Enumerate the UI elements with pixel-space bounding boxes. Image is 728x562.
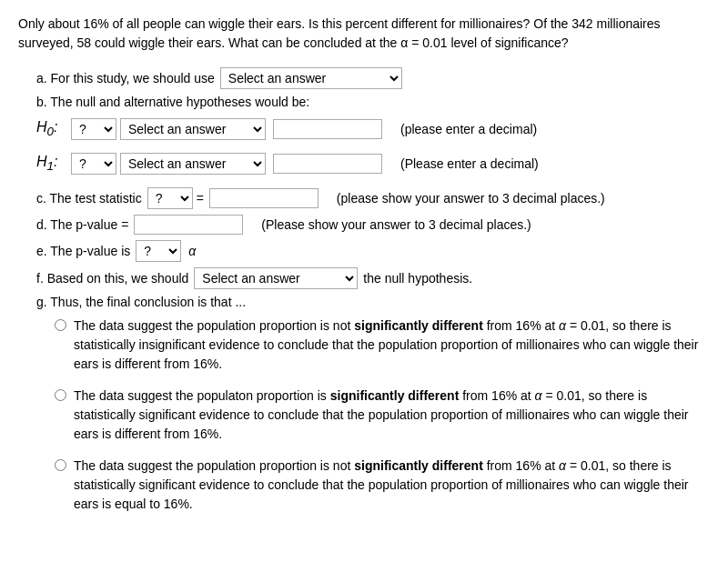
radio-option-3[interactable]: The data suggest the population proporti… (55, 457, 710, 514)
h0-value-input[interactable] (273, 119, 382, 139)
part-e-select[interactable]: ? < > = (136, 240, 181, 262)
h1-value-input[interactable] (273, 154, 382, 174)
h1-label: H1: (36, 154, 64, 173)
part-c-select[interactable]: ? z t (147, 187, 193, 209)
part-c-equals: = (197, 191, 204, 206)
radio-input-3[interactable] (55, 459, 66, 471)
part-c-input[interactable] (209, 188, 318, 208)
part-e-label: e. The p-value is (36, 244, 130, 258)
part-c-label: c. The test statistic (36, 191, 142, 206)
radio-text-3: The data suggest the population proporti… (74, 457, 710, 514)
h1-answer-select[interactable]: Select an answer (120, 153, 266, 175)
part-a-label: a. For this study, we should use (36, 71, 215, 85)
part-e-alpha: α (188, 244, 196, 258)
part-b-label: b. The null and alternative hypotheses w… (36, 95, 309, 109)
part-f-suffix: the null hypothesis. (363, 271, 472, 286)
part-f-select[interactable]: Select an answer (194, 267, 358, 289)
radio-option-1[interactable]: The data suggest the population proporti… (55, 316, 710, 374)
part-f-label: f. Based on this, we should (36, 271, 188, 286)
part-c-hint: (please show your answer to 3 decimal pl… (337, 191, 605, 206)
part-d-input[interactable] (134, 215, 243, 235)
radio-input-1[interactable] (55, 319, 66, 331)
radio-option-2[interactable]: The data suggest the populaton proportio… (55, 386, 710, 444)
part-g-label: g. Thus, the final conclusion is that ..… (36, 295, 246, 309)
h1-question-select[interactable]: ? = ≠ < > (71, 153, 116, 175)
radio-text-1: The data suggest the population proporti… (74, 316, 710, 374)
h0-label: H0: (36, 119, 64, 138)
radio-text-2: The data suggest the populaton proportio… (74, 386, 710, 444)
part-a-select[interactable]: Select an answer (220, 67, 402, 89)
h0-answer-select[interactable]: Select an answer (120, 118, 266, 140)
h1-hint: (Please enter a decimal) (400, 156, 539, 171)
h0-question-select[interactable]: ? = ≠ < > (71, 118, 116, 140)
radio-input-2[interactable] (55, 389, 66, 401)
h0-hint: (please enter a decimal) (400, 122, 537, 136)
part-d-hint: (Please show your answer to 3 decimal pl… (261, 217, 531, 232)
question-text: Only about 16% of all people can wiggle … (18, 15, 710, 53)
part-d-label: d. The p-value = (36, 217, 128, 232)
